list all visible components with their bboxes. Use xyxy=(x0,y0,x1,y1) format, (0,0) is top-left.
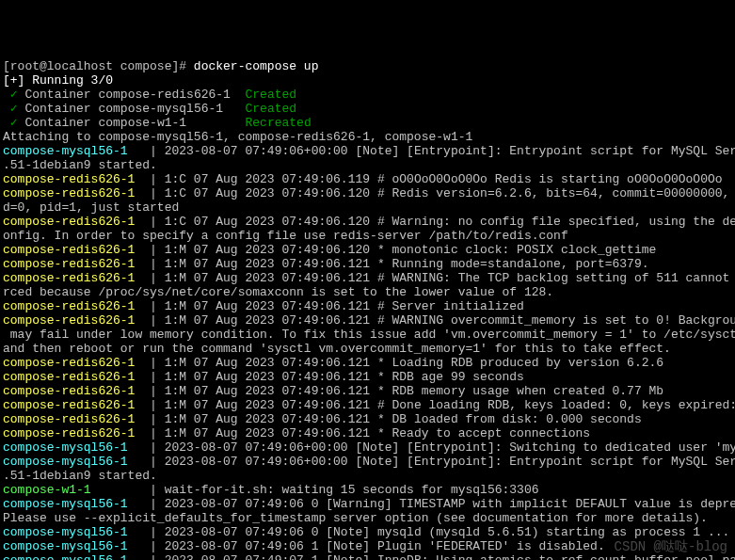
csdn-watermark: CSDN @哒哒-blog xyxy=(615,540,727,554)
terminal-output: [root@localhost compose]# docker-compose… xyxy=(3,59,732,560)
